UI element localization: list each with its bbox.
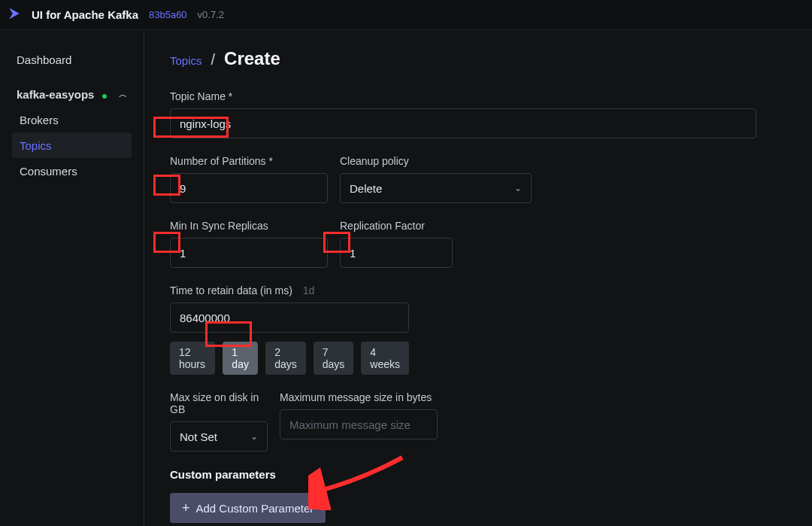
sidebar: Dashboard kafka-easyops ︿ Brokers Topics…	[0, 30, 144, 526]
status-dot-icon	[102, 94, 107, 99]
breadcrumb-topics-link[interactable]: Topics	[170, 54, 202, 67]
chevron-down-icon: ⌄	[514, 183, 522, 193]
topic-name-label: Topic Name *	[170, 90, 756, 102]
breadcrumb: Topics / Create	[170, 48, 786, 69]
brand-title: UI for Apache Kafka	[32, 8, 138, 21]
chevron-up-icon: ︿	[119, 89, 127, 100]
sidebar-item-consumers[interactable]: Consumers	[12, 158, 132, 184]
cluster-name: kafka-easyops	[17, 88, 94, 101]
version-label: v0.7.2	[198, 9, 224, 20]
cleanup-policy-select[interactable]: Delete ⌄	[340, 173, 532, 203]
cleanup-policy-value: Delete	[350, 182, 382, 195]
cluster-name-wrap: kafka-easyops	[17, 88, 108, 101]
retention-chips: 12 hours 1 day 2 days 7 days 4 weeks	[170, 342, 409, 375]
topbar: UI for Apache Kafka 83b5a60 v0.7.2	[0, 0, 812, 30]
logo-icon	[8, 7, 21, 23]
add-custom-parameter-label: Add Custom Parameter	[196, 502, 314, 515]
cleanup-policy-label: Cleanup policy	[340, 155, 532, 167]
retention-label: Time to retain data (in ms) 1d	[170, 284, 409, 296]
topic-name-input[interactable]	[170, 108, 756, 138]
retention-label-text: Time to retain data (in ms)	[170, 284, 292, 296]
breadcrumb-separator: /	[211, 51, 216, 68]
retention-input[interactable]	[170, 303, 409, 333]
replication-factor-label: Replication Factor	[340, 220, 453, 232]
chevron-down-icon: ⌄	[250, 431, 258, 442]
add-custom-parameter-button[interactable]: + Add Custom Parameter	[170, 493, 326, 523]
sidebar-item-label: Consumers	[17, 165, 77, 178]
partitions-label: Number of Partitions *	[170, 155, 328, 167]
main-panel: Topics / Create Topic Name * Number of P…	[144, 30, 812, 526]
retention-hint: 1d	[303, 284, 315, 296]
sidebar-cluster-toggle[interactable]: kafka-easyops ︿	[12, 81, 132, 107]
min-isr-input[interactable]	[170, 238, 328, 268]
custom-params-title: Custom parameters	[170, 468, 786, 481]
chip-2-days[interactable]: 2 days	[265, 342, 306, 375]
max-disk-select[interactable]: Not Set ⌄	[170, 421, 268, 452]
max-disk-label: Max size on disk in GB	[170, 391, 268, 415]
replication-factor-input[interactable]	[340, 238, 453, 268]
sidebar-item-topics[interactable]: Topics	[12, 132, 132, 158]
max-msg-label: Maximum message size in bytes	[280, 391, 438, 403]
chip-12-hours[interactable]: 12 hours	[170, 342, 215, 375]
max-msg-input[interactable]	[280, 409, 438, 439]
sidebar-item-dashboard[interactable]: Dashboard	[12, 47, 132, 72]
commit-hash[interactable]: 83b5a60	[149, 9, 187, 20]
min-isr-label: Min In Sync Replicas	[170, 220, 328, 232]
chip-4-weeks[interactable]: 4 weeks	[361, 342, 409, 375]
max-disk-value: Not Set	[180, 430, 217, 443]
page-title: Create	[224, 48, 280, 69]
sidebar-item-label: Dashboard	[17, 53, 71, 66]
chip-7-days[interactable]: 7 days	[314, 342, 354, 375]
sidebar-item-label: Topics	[17, 139, 52, 152]
sidebar-item-label: Brokers	[17, 114, 59, 126]
chip-1-day[interactable]: 1 day	[223, 342, 258, 375]
sidebar-item-brokers[interactable]: Brokers	[12, 107, 132, 132]
partitions-input[interactable]	[170, 173, 328, 203]
